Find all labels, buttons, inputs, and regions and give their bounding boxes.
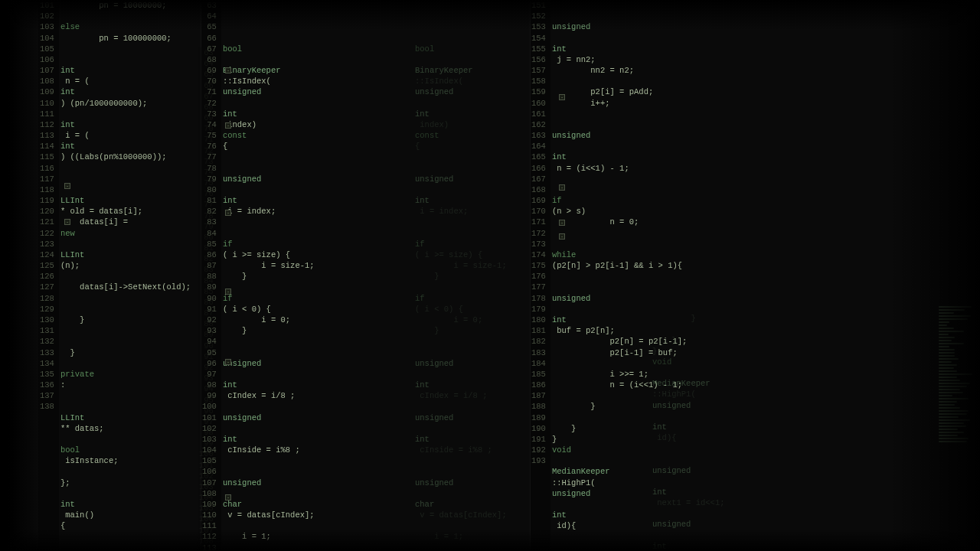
fold-widget[interactable]: - — [225, 494, 231, 500]
editor-pane-right[interactable]: 1511521531541551561571581591601611621631… — [530, 0, 890, 551]
fold-widget[interactable]: - — [559, 233, 565, 240]
vignette — [888, 0, 980, 551]
code-area[interactable]: bool BinaryKeeper::IsIndex(unsigned int … — [221, 0, 372, 551]
fold-widget[interactable]: - — [225, 289, 231, 295]
fold-widget[interactable]: - — [225, 210, 231, 216]
code-area[interactable]: unsigned int j = nn2; nn2 = n2; p2[i] = … — [550, 0, 803, 551]
line-gutter: 1011021031041051061071081091101111121131… — [38, 0, 59, 551]
minimap[interactable] — [939, 306, 975, 442]
fold-widget[interactable]: - — [225, 122, 231, 129]
line-gutter: 1511521531541551561571581591601611621631… — [530, 0, 550, 551]
fold-widget[interactable]: - — [559, 220, 565, 226]
vignette — [0, 0, 42, 551]
fold-widget[interactable]: - — [64, 183, 70, 189]
line-gutter: 6364656667686970717273747576777879808182… — [201, 0, 221, 551]
editor-pane-left[interactable]: 1011021031041051061071081091101111121131… — [38, 0, 207, 551]
fold-widget[interactable]: - — [64, 219, 70, 225]
fold-widget[interactable]: - — [559, 94, 565, 100]
fold-widget[interactable]: - — [559, 184, 565, 191]
code-area[interactable]: pn = 10000000; else pn = 100000000; int … — [59, 0, 191, 551]
fold-widget[interactable]: - — [225, 67, 231, 73]
fold-widget[interactable]: - — [225, 359, 231, 365]
editor-pane-center[interactable]: 6364656667686970717273747576777879808182… — [201, 0, 530, 551]
